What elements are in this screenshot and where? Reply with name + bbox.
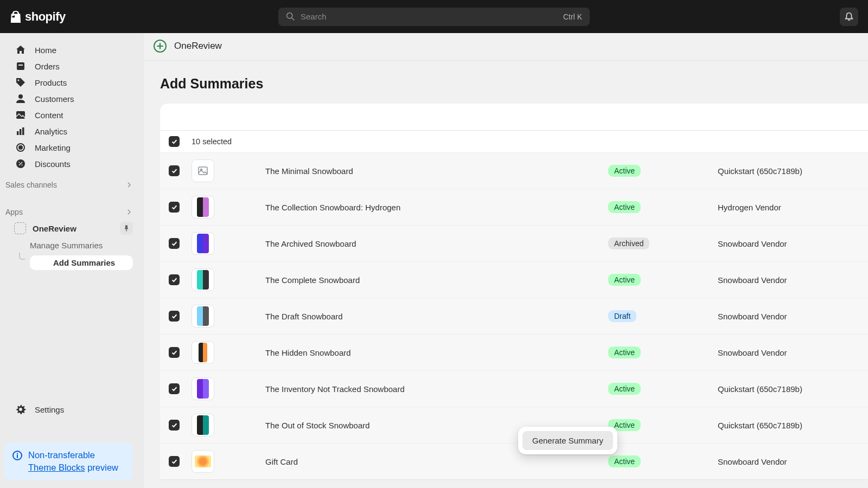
discount-icon [15, 158, 26, 169]
home-icon [15, 44, 26, 55]
selected-count: 10 selected [192, 137, 232, 146]
row-checkbox[interactable] [169, 202, 180, 213]
product-name: The Complete Snowboard [265, 275, 596, 285]
svg-point-12 [19, 162, 20, 163]
table-row[interactable]: The Archived Snowboard Archived Snowboar… [160, 225, 868, 261]
pin-button[interactable] [120, 222, 133, 235]
sidebar-sub-manage[interactable]: Manage Summaries [0, 238, 144, 253]
status-badge: Active [608, 346, 641, 358]
bell-icon [844, 12, 854, 22]
table-row[interactable]: The Inventory Not Tracked Snowboard Acti… [160, 370, 868, 407]
status-badge: Active [608, 201, 641, 213]
row-checkbox[interactable] [169, 274, 180, 285]
product-thumb [192, 268, 214, 291]
nav-customers[interactable]: Customers [0, 91, 144, 107]
product-thumb [192, 232, 214, 255]
status-badge: Active [608, 165, 641, 177]
table-row[interactable]: Gift Card Active Snowboard Vendor [160, 443, 868, 479]
product-thumb-empty [192, 159, 214, 182]
app-header: OneReview [144, 33, 868, 61]
image-icon [15, 110, 26, 120]
shopify-logo[interactable]: shopify [10, 10, 66, 24]
svg-rect-8 [22, 127, 24, 135]
product-name: The Inventory Not Tracked Snowboard [265, 384, 596, 394]
nav-orders[interactable]: Orders [0, 58, 144, 74]
info-icon [12, 450, 23, 461]
svg-rect-2 [18, 65, 23, 66]
product-thumb [192, 196, 214, 219]
nav-products[interactable]: Products [0, 74, 144, 91]
row-checkbox[interactable] [169, 311, 180, 322]
nav-content[interactable]: Content [0, 107, 144, 123]
product-thumb [192, 305, 214, 328]
svg-rect-17 [199, 167, 207, 175]
nav-analytics[interactable]: Analytics [0, 123, 144, 139]
app-header-name: OneReview [174, 41, 222, 52]
page-title: Add Summaries [144, 61, 868, 104]
main-content: OneReview Add Summaries 10 selected The … [144, 33, 868, 488]
row-checkbox[interactable] [169, 347, 180, 358]
nav-settings[interactable]: Settings [0, 401, 144, 418]
sidebar: Home Orders Products Customers Content A… [0, 33, 144, 488]
search-input[interactable]: Search Ctrl K [278, 8, 590, 26]
vendor-name: Snowboard Vendor [718, 348, 787, 357]
product-name: The Hidden Snowboard [265, 348, 596, 357]
svg-rect-14 [126, 229, 126, 231]
callout-banner: Non-transferable Theme Blocks preview [4, 442, 133, 480]
nav-home[interactable]: Home [0, 42, 144, 58]
nav-discounts[interactable]: Discounts [0, 156, 144, 172]
svg-point-13 [22, 165, 23, 166]
row-checkbox[interactable] [169, 420, 180, 431]
vendor-name: Snowboard Vendor [718, 312, 787, 321]
vendor-name: Snowboard Vendor [718, 239, 787, 248]
table-row[interactable]: The Draft Snowboard Draft Snowboard Vend… [160, 298, 868, 334]
table-row[interactable]: The Collection Snowboard: Hydrogen Activ… [160, 189, 868, 225]
status-badge: Active [608, 383, 641, 395]
vendor-name: Quickstart (650c7189b) [718, 384, 802, 394]
row-checkbox[interactable] [169, 165, 180, 176]
row-checkbox[interactable] [169, 456, 180, 467]
generate-summary-button[interactable]: Generate Summary [522, 431, 613, 450]
select-all-checkbox[interactable] [169, 136, 180, 147]
status-badge: Draft [608, 310, 636, 322]
row-checkbox[interactable] [169, 238, 180, 249]
brand-text: shopify [25, 10, 66, 24]
table-row[interactable]: The Hidden Snowboard Active Snowboard Ve… [160, 334, 868, 370]
svg-rect-6 [17, 131, 19, 135]
table-row[interactable]: The Minimal Snowboard Active Quickstart … [160, 152, 868, 189]
vendor-name: Quickstart (650c7189b) [718, 421, 802, 430]
nav-section-sales[interactable]: Sales channels [0, 178, 144, 191]
search-placeholder: Search [301, 12, 563, 21]
nav-marketing[interactable]: Marketing [0, 139, 144, 156]
callout-link[interactable]: Theme Blocks [28, 463, 85, 472]
table-row[interactable]: The Out of Stock Snowboard Active Quicks… [160, 407, 868, 443]
status-badge: Active [608, 455, 641, 467]
products-table: 10 selected The Minimal Snowboard Active… [160, 104, 868, 479]
vendor-name: Quickstart (650c7189b) [718, 166, 802, 176]
floating-action: Generate Summary [518, 427, 617, 454]
notifications-button[interactable] [840, 8, 858, 26]
svg-point-15 [19, 408, 22, 411]
callout-text: Non-transferable Theme Blocks preview [28, 449, 118, 473]
table-row[interactable]: The Complete Snowboard Active Snowboard … [160, 261, 868, 298]
product-name: The Collection Snowboard: Hydrogen [265, 203, 596, 212]
top-bar: shopify Search Ctrl K [0, 0, 868, 33]
row-checkbox[interactable] [169, 383, 180, 394]
vendor-name: Snowboard Vendor [718, 457, 787, 466]
chevron-right-icon [125, 208, 133, 216]
sidebar-sub-add[interactable]: Add Summaries [30, 255, 133, 270]
pin-icon [123, 224, 130, 232]
svg-rect-1 [17, 62, 24, 70]
svg-point-10 [19, 146, 22, 149]
sidebar-app-onereview[interactable]: OneReview [0, 219, 144, 238]
chevron-right-icon [125, 181, 133, 189]
product-thumb [192, 377, 214, 400]
shopify-bag-icon [10, 10, 22, 23]
chart-icon [15, 126, 26, 137]
product-thumb [192, 341, 214, 364]
sidebar-sub-add-wrap: Add Summaries [0, 253, 144, 273]
product-thumb [192, 450, 214, 473]
svg-rect-7 [20, 129, 22, 135]
svg-point-0 [287, 13, 292, 18]
nav-section-apps[interactable]: Apps [0, 206, 144, 219]
